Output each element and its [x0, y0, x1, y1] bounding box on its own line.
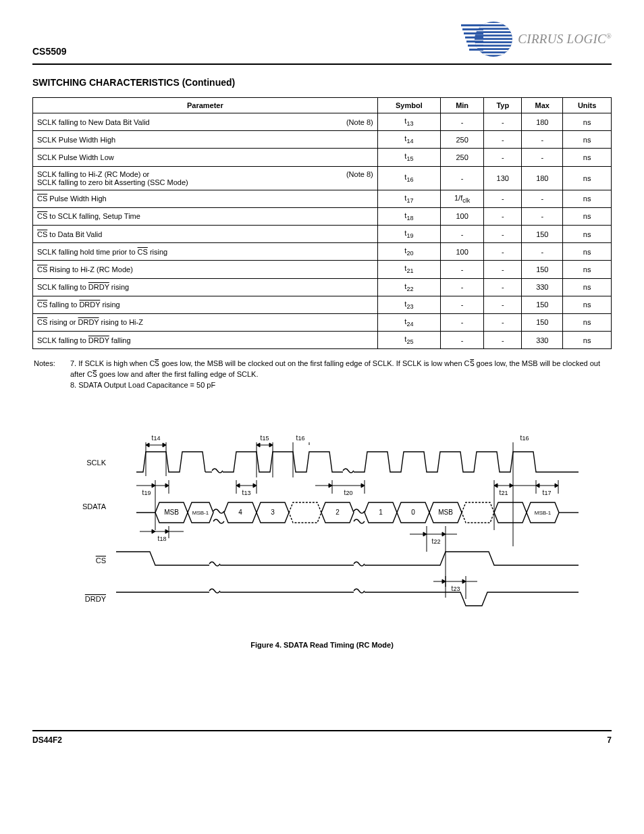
typ-cell: -	[484, 243, 522, 261]
symbol-cell: t24	[377, 313, 440, 331]
table-row: CS to SCLK falling, Setup Timet18100--ns	[33, 207, 612, 225]
symbol-cell: t25	[377, 332, 440, 349]
param-cell: SCLK falling to Hi-Z (RC Mode) orSCLK fa…	[33, 166, 378, 190]
param-cell: SCLK falling to DRDY rising	[33, 278, 378, 296]
max-cell: -	[522, 190, 563, 207]
svg-text:0: 0	[411, 509, 415, 516]
table-row: CS Pulse Width Hight171/fclk--ns	[33, 190, 612, 207]
page-header: CS5509	[32, 20, 612, 58]
footer-rule	[32, 730, 612, 731]
table-row: SCLK falling hold time prior to CS risin…	[33, 243, 612, 261]
svg-text:3: 3	[271, 509, 275, 516]
units-cell: ns	[563, 190, 612, 207]
max-cell: 150	[522, 313, 563, 331]
svg-text:t15: t15	[261, 434, 269, 442]
svg-rect-11	[461, 53, 514, 55]
symbol-cell: t19	[377, 225, 440, 242]
min-cell: 250	[441, 131, 484, 149]
param-cell: CS Rising to Hi-Z (RC Mode)	[33, 261, 378, 278]
svg-text:t23: t23	[452, 585, 460, 592]
param-cell: SCLK falling hold time prior to CS risin…	[33, 243, 378, 261]
svg-text:2: 2	[336, 509, 340, 516]
min-cell: 250	[441, 149, 484, 166]
spec-table: ParameterSymbolMinTypMaxUnits SCLK falli…	[32, 97, 612, 349]
svg-text:4: 4	[238, 509, 242, 516]
units-cell: ns	[563, 296, 612, 313]
min-cell: -	[441, 261, 484, 278]
typ-cell: -	[484, 296, 522, 313]
min-cell: 100	[441, 207, 484, 225]
units-cell: ns	[563, 131, 612, 149]
timing-diagram: SCLK t14 t15	[65, 418, 579, 649]
max-cell: -	[522, 207, 563, 225]
svg-rect-2	[461, 23, 514, 24]
svg-text:MSB-1: MSB-1	[535, 510, 552, 516]
typ-cell: -	[484, 207, 522, 225]
brand-text: CIRRUS LOGIC®	[518, 32, 612, 47]
table-header: Parameter	[33, 98, 378, 113]
param-cell: SCLK falling to DRDY falling	[33, 332, 378, 349]
section-title: SWITCHING CHARACTERISTICS (Continued)	[32, 77, 612, 88]
table-header: Min	[441, 98, 484, 113]
svg-text:t19: t19	[142, 489, 151, 496]
param-cell: CS falling to DRDY rising	[33, 296, 378, 313]
units-cell: ns	[563, 278, 612, 296]
typ-cell: -	[484, 332, 522, 349]
note-7: 7. If SCLK is high when CS̅ goes low, th…	[70, 359, 612, 380]
table-row: SCLK falling to DRDY risingt22--330ns	[33, 278, 612, 296]
svg-text:t18: t18	[158, 535, 167, 542]
svg-text:t21: t21	[500, 489, 508, 496]
table-row: CS to Data Bit Validt19--150ns	[33, 225, 612, 242]
symbol-cell: t22	[377, 278, 440, 296]
table-row: CS Rising to Hi-Z (RC Mode)t21--150ns	[33, 261, 612, 278]
notes-block: Notes: 7. If SCLK is high when CS̅ goes …	[34, 359, 612, 391]
typ-cell: -	[484, 131, 522, 149]
min-cell: 100	[441, 243, 484, 261]
symbol-cell: t16	[377, 166, 440, 190]
svg-rect-18	[469, 49, 483, 51]
svg-rect-15	[465, 36, 483, 38]
svg-text:t22: t22	[432, 538, 441, 545]
svg-text:MSB: MSB	[164, 509, 179, 516]
svg-text:t13: t13	[242, 489, 251, 496]
symbol-cell: t21	[377, 261, 440, 278]
max-cell: 180	[522, 113, 563, 131]
param-cell: CS to SCLK falling, Setup Time	[33, 207, 378, 225]
table-row: SCLK falling to DRDY fallingt25--330ns	[33, 332, 612, 349]
param-cell: CS to Data Bit Valid	[33, 225, 378, 242]
table-header: Typ	[484, 98, 522, 113]
sclk-label: SCLK	[86, 459, 106, 467]
svg-text:1: 1	[379, 509, 383, 516]
page: CS5509	[0, 0, 644, 772]
typ-cell: 130	[484, 166, 522, 190]
min-cell: -	[441, 332, 484, 349]
svg-text:t20: t20	[344, 489, 353, 496]
brand-logo: CIRRUS LOGIC®	[461, 20, 612, 58]
param-cell: SCLK Pulse Width Low	[33, 149, 378, 166]
svg-rect-14	[464, 32, 483, 34]
svg-text:t16: t16	[520, 434, 529, 442]
table-header: Max	[522, 98, 563, 113]
typ-cell: -	[484, 313, 522, 331]
typ-cell: -	[484, 113, 522, 131]
page-footer: DS44F2 7	[32, 735, 612, 745]
units-cell: ns	[563, 113, 612, 131]
min-cell: -	[441, 113, 484, 131]
max-cell: -	[522, 149, 563, 166]
units-cell: ns	[563, 207, 612, 225]
typ-cell: -	[484, 261, 522, 278]
param-cell: CS Pulse Width High	[33, 190, 378, 207]
units-cell: ns	[563, 225, 612, 242]
svg-rect-3	[461, 26, 514, 28]
svg-rect-13	[462, 28, 483, 30]
param-cell: CS rising or DRDY rising to Hi-Z	[33, 313, 378, 331]
typ-cell: -	[484, 278, 522, 296]
header-rule	[32, 63, 612, 65]
symbol-cell: t23	[377, 296, 440, 313]
svg-rect-12	[461, 24, 483, 26]
min-cell: -	[441, 278, 484, 296]
units-cell: ns	[563, 149, 612, 166]
units-cell: ns	[563, 243, 612, 261]
min-cell: -	[441, 225, 484, 242]
min-cell: -	[441, 296, 484, 313]
